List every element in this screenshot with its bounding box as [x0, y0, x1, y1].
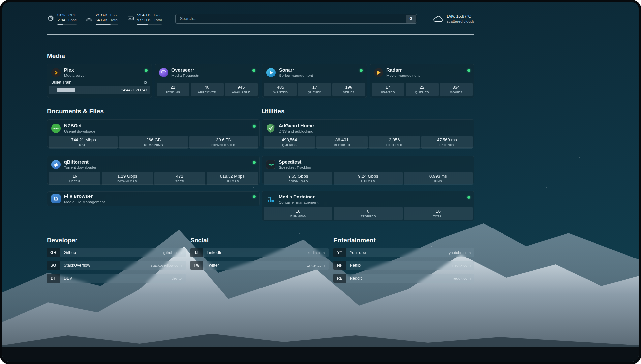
stat-box: 17QUEUED [298, 83, 331, 96]
qbittorrent-card[interactable]: qb qBittorrent Torrent downloader 16LEEC… [47, 156, 260, 185]
now-playing-title: Bullet Train [51, 80, 71, 85]
bookmark-name: StackOverflow [64, 263, 90, 268]
stat-box: 40APPROVED [191, 83, 223, 96]
service-subtitle: Usenet downloader [64, 129, 97, 133]
stat-box: 17WANTED [372, 83, 404, 96]
adguard-card[interactable]: AdGuard Home DNS and adblocking 498,564Q… [262, 119, 474, 148]
stat-box: 744.21 MbpsRATE [49, 136, 118, 149]
service-subtitle: Container management [279, 200, 318, 204]
cpu-load: 2.94 [57, 18, 65, 23]
memory-progress-bar [96, 24, 118, 25]
section-title-developer: Developer [47, 237, 186, 244]
stat-box: 2,956FILTERED [369, 136, 420, 149]
stat-box: 21PENDING [157, 83, 189, 96]
plex-player-bar: 24:44 / 02:06:47 [49, 86, 150, 94]
plex-icon [51, 68, 61, 77]
service-name: File Browser [64, 194, 105, 199]
service-subtitle: Media File Management [64, 200, 105, 204]
bookmark-netflix[interactable]: NF Netflix netflix.com [333, 261, 474, 270]
filebrowser-card[interactable]: File Browser Media File Management [47, 191, 260, 206]
adguard-icon [266, 124, 275, 133]
pause-icon[interactable] [52, 88, 54, 92]
stat-box: 16TOTAL [404, 207, 473, 220]
dashboard-window: 31% CPU 2.94 Load 21 GiB [0, 0, 641, 364]
bookmark-name: Netflix [350, 263, 361, 268]
stat-box: 266 GBREMAINING [119, 136, 188, 149]
media-card-row: Plex Media server Bullet Train 24:44 / 0… [47, 64, 474, 98]
speedtest-card[interactable]: Speedtest Speedtest Tracking 9.65 GbpsDO… [262, 156, 474, 184]
bookmark-abbr: YT [333, 248, 346, 257]
bookmark-name: Reddit [350, 276, 362, 281]
bookmark-abbr: NF [333, 261, 346, 270]
status-indicator [467, 196, 470, 199]
bookmark-reddit[interactable]: RE Reddit reddit.com [333, 274, 474, 283]
stat-box: 945AVAILABLE [225, 83, 258, 96]
stat-box: 618.52 MbpsUPLOAD [207, 172, 258, 185]
bookmark-dev[interactable]: DT DEV dev.to [47, 274, 186, 283]
weather-widget: Lviv, 16.87°C scattered clouds [432, 14, 474, 23]
service-name: Radarr [386, 67, 420, 73]
status-indicator [360, 69, 363, 72]
service-name: Media Portainer [279, 194, 318, 200]
status-indicator [252, 69, 255, 72]
memory-free-label: Free [110, 13, 118, 18]
stat-box: 39.6 TBDOWNLOADED [189, 136, 258, 149]
cpu-label: CPU [68, 13, 77, 18]
sonarr-card[interactable]: Sonarr Series management 485WANTED 17QUE… [262, 64, 367, 98]
footer-strip [2, 347, 639, 362]
stat-box: 0.993 msPING [404, 172, 473, 185]
search-provider-button[interactable]: G [406, 15, 416, 23]
bookmark-url: youtube.com [449, 251, 471, 255]
bookmark-url: netflix.com [452, 263, 471, 267]
cpu-percent: 31% [57, 13, 65, 18]
search-input[interactable] [175, 14, 417, 24]
stat-box: 471SEED [154, 172, 205, 185]
section-title-documents: Documents & Files [47, 108, 260, 115]
cpu-widget: 31% CPU 2.94 Load [47, 13, 77, 25]
status-indicator [253, 195, 256, 198]
bookmark-abbr: DT [47, 274, 60, 283]
service-name: Overseerr [171, 67, 199, 73]
memory-free: 21 GiB [96, 13, 107, 18]
cpu-icon [47, 15, 54, 22]
resource-widgets: 31% CPU 2.94 Load 21 GiB [47, 13, 162, 25]
bookmark-name: LinkedIn [207, 250, 222, 255]
weather-condition: scattered clouds [447, 19, 474, 23]
bookmark-linkedin[interactable]: LI LinkedIn linkedin.com [190, 248, 329, 257]
weather-location: Lviv, 16.87°C [447, 14, 474, 19]
service-subtitle: Media Requests [171, 74, 199, 77]
bookmark-url: stackoverflow.com [151, 263, 182, 267]
nzbget-card[interactable]: nzbget NZBGet Usenet downloader 744.21 M… [47, 119, 260, 148]
gear-icon[interactable] [143, 80, 148, 85]
bookmark-twitter[interactable]: TW Twitter twitter.com [190, 261, 329, 270]
bookmark-name: DEV [64, 276, 72, 281]
portainer-card[interactable]: Media Portainer Container management 16R… [262, 191, 474, 221]
stat-box: 47.569 msLATENCY [421, 136, 473, 149]
speedtest-icon [266, 160, 275, 169]
stat-box: 834MOVIES [440, 83, 473, 96]
bookmark-youtube[interactable]: YT YouTube youtube.com [333, 248, 474, 257]
memory-total-label: Total [110, 18, 118, 23]
section-title-entertainment: Entertainment [333, 237, 474, 244]
memory-total: 64 GiB [96, 18, 107, 23]
service-subtitle: Movie management [386, 74, 420, 77]
bookmark-github[interactable]: GH Github github.com [47, 248, 186, 257]
disk-total: 97.9 TB [137, 18, 150, 23]
plex-card[interactable]: Plex Media server Bullet Train 24:44 / 0… [47, 64, 152, 98]
portainer-icon [266, 195, 275, 204]
overseerr-card[interactable]: Overseerr Media Requests 21PENDING 40APP… [155, 64, 259, 98]
bookmark-abbr: GH [47, 248, 60, 257]
status-indicator [467, 69, 470, 72]
bookmark-group-developer: Developer GH Github github.com SO StackO… [47, 237, 186, 287]
service-name: NZBGet [64, 123, 97, 129]
memory-icon [85, 15, 93, 22]
cpu-load-label: Load [68, 18, 77, 23]
bookmark-stackoverflow[interactable]: SO StackOverflow stackoverflow.com [47, 261, 186, 270]
stat-box: 0STOPPED [334, 207, 402, 220]
radarr-card[interactable]: Radarr Movie management 17WANTED 22QUEUE… [370, 64, 474, 98]
service-name: qBittorrent [64, 159, 96, 165]
stat-box: 196SERIES [332, 83, 365, 96]
search-bar: G [175, 14, 417, 24]
service-name: AdGuard Home [279, 123, 314, 129]
playback-time: 24:44 / 02:06:47 [121, 88, 147, 92]
